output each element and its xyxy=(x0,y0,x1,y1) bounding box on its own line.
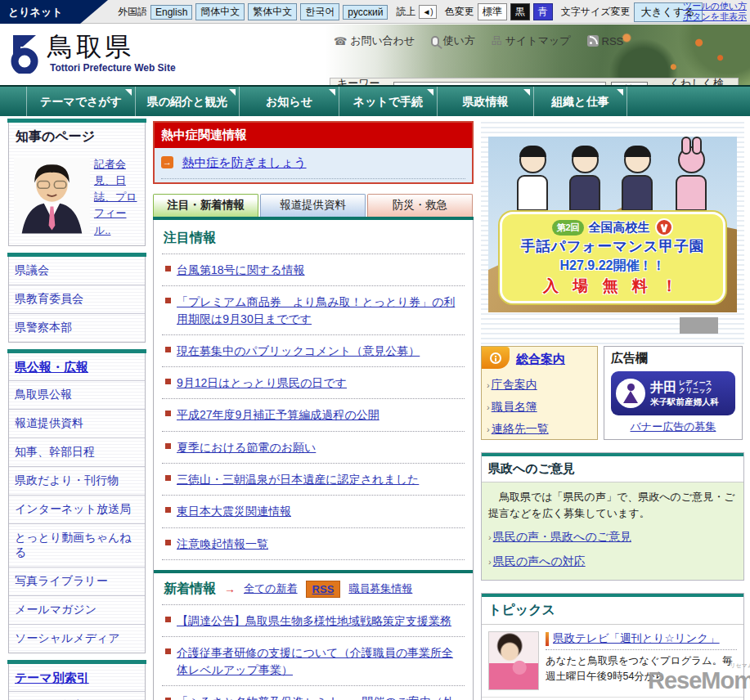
lang-button-zh-tw[interactable]: 繁体中文 xyxy=(248,3,297,20)
color-standard-button[interactable]: 標準 xyxy=(478,3,507,20)
news-header: 新着情報 → 全ての新着 RSS 職員募集情報 xyxy=(162,573,465,605)
office-guide-link[interactable]: ›庁舎案内 xyxy=(487,374,549,396)
news-item[interactable]: 介護従事者研修の支援について（介護職員の事業所全体レベルアップ事業） xyxy=(162,637,465,686)
featured-item[interactable]: 「プレミアム商品券 より鳥み取！とっとり券」の利用期限は9月30日までです xyxy=(162,286,465,335)
sidebar-item-education-board[interactable]: 県教育委員会 xyxy=(9,285,145,313)
topic-thumbnail-tv[interactable] xyxy=(488,631,539,690)
sidebar-item-social-media[interactable]: ソーシャルメディア xyxy=(9,624,145,653)
nav-organization[interactable]: 組織と仕事 xyxy=(533,87,627,116)
koho-header: 県公報・広報 xyxy=(9,353,145,380)
sidebar-item-photo-library[interactable]: 写真ライブラリー xyxy=(9,567,145,595)
sidebar-item-bulletin[interactable]: 県政だより・刊行物 xyxy=(9,466,145,495)
chevron-icon: › xyxy=(487,375,490,396)
sitemap-link[interactable]: 品サイトマップ xyxy=(492,34,571,48)
weekly-tori-link[interactable]: 県政テレビ「週刊とり☆リンク」 xyxy=(553,631,720,646)
koho-title-link[interactable]: 県公報・広報 xyxy=(15,360,88,374)
governor-photo xyxy=(14,156,90,235)
site-name[interactable]: 鳥取県 xyxy=(47,29,133,65)
rss-link[interactable]: RSS xyxy=(587,35,624,47)
featured-item[interactable]: 平成27年度9月補正予算編成過程の公開 xyxy=(162,399,465,431)
nav-intro-tourism[interactable]: 県の紹介と観光 xyxy=(135,87,239,116)
tab-press-release[interactable]: 報道提供資料 xyxy=(260,194,366,217)
carousel-control[interactable] xyxy=(680,317,718,334)
opinion-body: 鳥取県では「県民の声」で、県政へのご意見・ご提言などを広く募集しています。 ›県… xyxy=(482,482,743,580)
rss-badge-button[interactable]: RSS xyxy=(306,581,341,598)
guide-links: ›庁舎案内 ›職員名簿 ›連絡先一覧 xyxy=(487,374,549,440)
lang-button-english[interactable]: English xyxy=(150,5,192,20)
featured-title: 注目情報 xyxy=(162,225,465,254)
sidebar-item-video-channel[interactable]: とっとり動画ちゃんねる xyxy=(9,523,145,567)
global-nav: テーマでさがす 県の紹介と観光 お知らせ ネットで手続 県政情報 組織と仕事 xyxy=(0,85,750,116)
org-links-box: 県議会 県教育委員会 県警察本部 xyxy=(8,257,146,343)
theme-index-title-link[interactable]: テーマ別索引 xyxy=(15,671,89,684)
lang-button-ru[interactable]: русский xyxy=(343,5,388,20)
featured-item[interactable]: 9月12日はとっとり県民の日です xyxy=(162,367,465,399)
job-openings-link[interactable]: 職員募集情報 xyxy=(348,581,412,596)
opinion-title: 県政へのご意見 xyxy=(482,456,743,482)
speaker-icon[interactable]: ◄) xyxy=(419,5,436,19)
contact-link[interactable]: ☎お問い合わせ xyxy=(334,34,415,48)
tottori-logo-icon[interactable] xyxy=(7,34,44,74)
sidebar: 知事のページ 記者会見、日誌、プロフィール.. 県議会 県教育委員会 xyxy=(8,119,146,700)
nav-notice[interactable]: お知らせ xyxy=(239,87,339,116)
featured-item[interactable]: 三徳山・三朝温泉が日本遺産に認定されました xyxy=(162,464,465,496)
color-blue-button[interactable]: 青 xyxy=(533,3,553,20)
all-news-link[interactable]: 全ての新着 xyxy=(244,581,298,596)
nav-prefectural-info[interactable]: 県政情報 xyxy=(437,87,533,116)
news-item[interactable]: 「ふるさと名物普及促進セミナー」開催のご案内（外部リンク） xyxy=(162,686,465,700)
sign-language-koshien-banner[interactable]: 第2回 全国高校生 手話パフォーマンス甲子園 H27.9.22開催！！ 入 場 … xyxy=(488,137,737,312)
sidebar-item-webcast[interactable]: インターネット放送局 xyxy=(9,495,145,523)
governor-box: 知事のページ 記者会見、日誌、プロフィール.. xyxy=(8,123,146,246)
tool-links: ツールの使い方 ボタンを非表示 xyxy=(683,1,747,22)
orange-arrow-icon: → xyxy=(161,156,173,168)
tool-usage-link[interactable]: ツールの使い方 xyxy=(683,1,747,11)
heatstroke-link[interactable]: 熱中症を防ぎましょう xyxy=(182,155,306,169)
sidebar-item-press[interactable]: 報道提供資料 xyxy=(9,409,145,438)
clinic-logo-icon xyxy=(616,379,645,408)
phone-icon: ☎ xyxy=(334,35,347,47)
banner-ad-recruit-link[interactable]: バナー広告の募集 xyxy=(611,420,735,434)
featured-item[interactable]: 台風第18号に関する情報 xyxy=(162,254,465,286)
staff-directory-link[interactable]: ›職員名簿 xyxy=(487,396,549,418)
banner-carousel: 第2回 全国高校生 手話パフォーマンス甲子園 H27.9.22開催！！ 入 場 … xyxy=(481,119,744,346)
clinic-ad-banner[interactable]: 井田 レディースクリニック 米子駅前産婦人科 xyxy=(611,371,735,415)
news-item[interactable]: 【調達公告】鳥取県生物多様性地域戦略策定支援業務 xyxy=(162,605,465,637)
tab-featured-new[interactable]: 注目・新着情報 xyxy=(153,194,258,217)
fontsize-label: 文字サイズ変更 xyxy=(561,5,631,19)
sidebar-item-mail-magazine[interactable]: メールマガジン xyxy=(9,595,145,624)
featured-item[interactable]: 注意喚起情報一覧 xyxy=(162,528,465,560)
banner-line1: 全国高校生 xyxy=(589,220,650,236)
chevron-icon: › xyxy=(487,419,490,440)
sidebar-item-kenpo[interactable]: 鳥取県公報 xyxy=(9,380,145,409)
governor-page-link[interactable]: 記者会見、日誌、プロフィール.. xyxy=(94,156,140,239)
banner-line3: H27.9.22開催！！ xyxy=(502,258,723,275)
nav-online-procedures[interactable]: ネットで手続 xyxy=(339,87,437,116)
resemom-watermark: リセマム ReseMom. xyxy=(648,667,750,694)
tab-disaster-emergency[interactable]: 防災・救急 xyxy=(367,194,473,217)
lang-button-ko[interactable]: 한국어 xyxy=(300,3,339,20)
sidebar-item-schedule[interactable]: 知事、幹部日程 xyxy=(9,438,145,466)
nav-theme-search[interactable]: テーマでさがす xyxy=(26,87,135,116)
heatstroke-alert-title: 熱中症関連情報 xyxy=(155,123,472,148)
color-black-button[interactable]: 黒 xyxy=(510,3,530,20)
edition-badge: 第2回 xyxy=(552,220,583,236)
howto-link[interactable]: 使い方 xyxy=(431,34,474,48)
sidebar-item-police[interactable]: 県警察本部 xyxy=(9,313,145,342)
lang-label: 外国語 xyxy=(118,5,147,19)
top-utility-bar: とりネット 外国語 English 簡体中文 繁体中文 한국어 русский … xyxy=(0,0,750,24)
citizen-voice-link[interactable]: ›県民の声・県政へのご意見 xyxy=(488,528,631,545)
lang-button-zh-cn[interactable]: 簡体中文 xyxy=(195,3,245,20)
sitemap-icon: 品 xyxy=(492,34,502,48)
featured-item[interactable]: 夏季における節電のお願い xyxy=(162,432,465,464)
contact-list-link[interactable]: ›連絡先一覧 xyxy=(487,418,549,440)
general-guide-title-link[interactable]: 総合案内 xyxy=(516,352,565,367)
guide-ad-row: 総合案内 ›庁舎案内 ›職員名簿 ›連絡先一覧 広告欄 井田 レディースクリニッ… xyxy=(481,346,744,440)
featured-item[interactable]: 東日本大震災関連情報 xyxy=(162,496,465,527)
sidebar-item-assembly[interactable]: 県議会 xyxy=(9,257,145,285)
voice-response-link[interactable]: ›県民の声への対応 xyxy=(488,553,586,570)
hide-buttons-link[interactable]: ボタンを非表示 xyxy=(683,11,747,22)
sidebar-item-daily-life[interactable]: くらしに役立つ xyxy=(9,691,145,700)
right-column: 第2回 全国高校生 手話パフォーマンス甲子園 H27.9.22開催！！ 入 場 … xyxy=(481,119,744,700)
koho-box: 県公報・広報 鳥取県公報 報道提供資料 知事、幹部日程 県政だより・刊行物 イン… xyxy=(8,353,146,653)
featured-item[interactable]: 現在募集中のパブリックコメント（意見公募） xyxy=(162,335,465,367)
